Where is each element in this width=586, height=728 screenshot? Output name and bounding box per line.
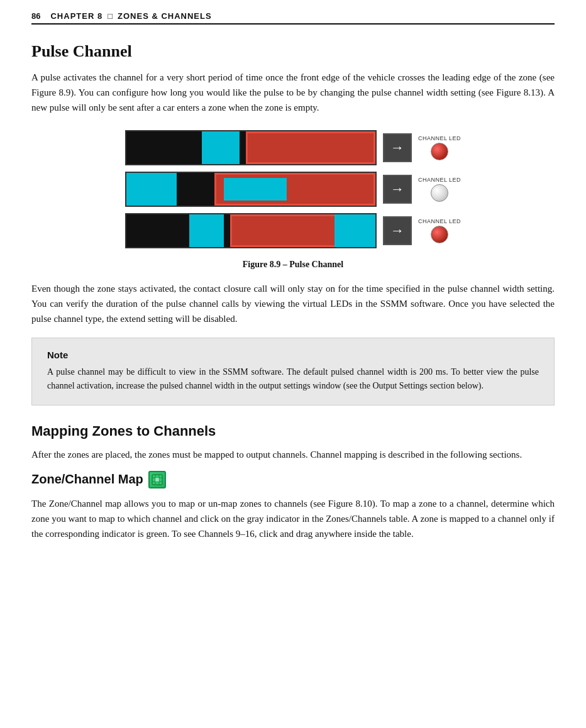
led-label-2: Channel LED (418, 177, 461, 183)
led-white-2 (431, 184, 448, 202)
vb2-cyan-left (126, 173, 177, 206)
page-header: 86 CHAPTER 8 □ ZONES & CHANNELS (31, 11, 555, 25)
zone-channel-map-title: Zone/Channel Map (31, 471, 555, 488)
note-title: Note (47, 350, 539, 360)
svg-rect-5 (155, 478, 159, 482)
vb1-red (246, 131, 375, 164)
led-section-1: Channel LED (418, 135, 461, 160)
arrow-1: → (390, 140, 404, 156)
arrow-box-2: → (383, 175, 412, 204)
led-red-1 (431, 143, 448, 160)
led-label-3: Channel LED (418, 218, 461, 224)
mapping-zones-body: After the zones are placed, the zones mu… (31, 447, 555, 462)
arrow-2: → (390, 181, 404, 197)
zone-channel-map-title-text: Zone/Channel Map (31, 472, 143, 487)
vehicle-bar-3 (125, 213, 377, 248)
note-text: A pulse channel may be difficult to view… (47, 365, 539, 394)
pulse-channel-body1: A pulse activates the channel for a very… (31, 70, 555, 115)
pulse-channel-title: Pulse Channel (31, 42, 555, 61)
note-box: Note A pulse channel may be difficult to… (31, 338, 555, 405)
figure-8-9-container: → Channel LED → Channel LED (31, 130, 555, 270)
vb3-cyan-right (334, 214, 375, 247)
zone-channel-map-body: The Zone/Channel map allows you to map o… (31, 496, 555, 541)
pulse-channel-body2: Even though the zone stays activated, th… (31, 281, 555, 326)
vehicle-bar-2 (125, 172, 377, 207)
chapter-label: CHAPTER 8 (50, 11, 102, 21)
header-separator: □ (108, 11, 113, 21)
vb2-cyan-inner (224, 178, 287, 201)
led-section-3: Channel LED (418, 218, 461, 243)
figure-caption: Figure 8.9 – Pulse Channel (243, 260, 343, 270)
vb3-red (230, 214, 350, 247)
vb3-cyan-left (189, 214, 224, 247)
arrow-3: → (390, 223, 404, 239)
vehicle-bar-1 (125, 130, 377, 165)
led-label-1: Channel LED (418, 135, 461, 141)
page-number: 86 (31, 11, 40, 21)
arrow-box-1: → (383, 133, 412, 162)
mapping-zones-title: Mapping Zones to Channels (31, 423, 555, 439)
map-icon (148, 471, 166, 488)
chapter-subtitle: ZONES & CHANNELS (118, 11, 212, 21)
diagram-row-2: → Channel LED (125, 172, 461, 207)
vb1-cyan (202, 131, 240, 164)
led-section-2: Channel LED (418, 177, 461, 202)
diagram-row-3: → Channel LED (125, 213, 461, 248)
diagram-area: → Channel LED → Channel LED (125, 130, 461, 248)
arrow-box-3: → (383, 216, 412, 245)
diagram-row-1: → Channel LED (125, 130, 461, 165)
led-red-3 (431, 226, 448, 243)
